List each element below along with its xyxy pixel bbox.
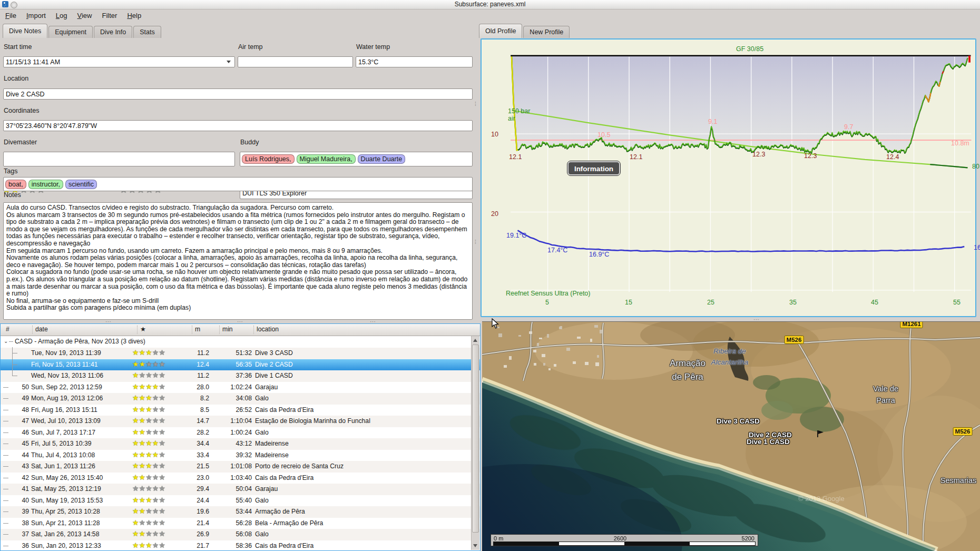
coordinates-input[interactable] xyxy=(3,120,473,131)
application-window: Subsurface: paneves.xml FileImportLogVie… xyxy=(0,0,980,551)
buddy-input[interactable]: Luís Rodrigues,Miguel Madureira,Duarte D… xyxy=(240,152,473,166)
chart-label-green: 80 xyxy=(972,163,979,170)
cell-number: 42 xyxy=(16,474,29,481)
map-canvas[interactable]: Armaçãode PêraRibeira deAlcantarilhaVale… xyxy=(482,321,980,551)
column-header-date[interactable]: date xyxy=(32,326,48,334)
tab-stats[interactable]: Stats xyxy=(133,26,161,38)
cell-date: Sun, Jul 7, 2013 17:17 xyxy=(31,429,95,436)
table-row[interactable]: 41Sat, May 25, 2013 12:19★★★★★29.450:04G… xyxy=(1,484,480,495)
scroll-down-icon[interactable] xyxy=(473,544,477,547)
cell-location: Dive 2 CASD xyxy=(255,361,293,368)
table-row[interactable]: 46Sun, Jul 7, 2013 17:17★★★★★28.21:00:24… xyxy=(1,427,480,439)
cell-duration: 51:32 xyxy=(211,349,252,357)
chart-label-pink: 10.5 xyxy=(597,131,610,139)
star-icon: ★ xyxy=(132,382,139,391)
table-row[interactable]: Fri, Nov 15, 2013 11:41★★★★★12.456:35Div… xyxy=(1,359,480,371)
star-icon: ★ xyxy=(159,405,165,414)
cell-rating: ★★★★★ xyxy=(132,416,165,425)
cell-number: 46 xyxy=(16,429,29,436)
star-icon: ★ xyxy=(152,518,159,527)
table-row[interactable]: 47Wed, Jul 10, 2013 13:09★★★★★14.71:10:0… xyxy=(1,416,480,427)
notes-textarea[interactable]: Aula do curso CASD. Transectos c/video e… xyxy=(3,202,473,320)
star-icon: ★ xyxy=(132,371,139,379)
coordinates-label: Coordinates xyxy=(4,107,39,114)
chart-label-green: 25 xyxy=(707,299,714,306)
scrollbar-thumb[interactable] xyxy=(472,345,479,533)
menu-view[interactable]: View xyxy=(77,12,92,19)
dive-rows: Tue, Nov 19, 2013 11:39★★★★★11.251:32Div… xyxy=(1,348,480,551)
table-row[interactable]: 44Thu, Jul 4, 2013 10:08★★★★★33.439:32Ma… xyxy=(1,450,480,461)
table-row[interactable]: 43Sat, Jun 1, 2013 11:26★★★★★21.51:01:08… xyxy=(1,461,480,473)
chart-label-green: 150 bar xyxy=(508,107,530,115)
profile-tabbar: Old ProfileNew Profile xyxy=(479,23,571,38)
air-temp-input[interactable] xyxy=(238,56,353,67)
chip: Miguel Madureira, xyxy=(297,154,356,164)
cell-number: 44 xyxy=(16,451,29,459)
titlebar[interactable]: Subsurface: paneves.xml xyxy=(0,0,980,9)
splitter-handle[interactable]: ⁞ xyxy=(475,103,478,105)
column-header-duration[interactable]: min xyxy=(219,326,233,334)
column-header-depth[interactable]: m xyxy=(192,326,200,334)
menu-log[interactable]: Log xyxy=(56,12,67,19)
star-icon: ★ xyxy=(152,405,159,414)
tab-old-profile[interactable]: Old Profile xyxy=(479,24,522,38)
star-icon: ★ xyxy=(145,496,152,504)
table-row[interactable]: 40Sun, May 19, 2013 15:53★★★★★24.455:40G… xyxy=(1,495,480,507)
column-header-stars[interactable]: ★ xyxy=(137,326,146,334)
cell-date: Sun, Sep 22, 2013 12:59 xyxy=(31,383,102,391)
star-icon: ★ xyxy=(159,484,165,493)
cell-depth: 8.5 xyxy=(180,406,209,414)
scroll-up-icon[interactable] xyxy=(473,339,477,342)
table-row[interactable]: 37Sat, Jan 26, 2013 14:58★★★★★26.956:08G… xyxy=(1,529,480,540)
column-header-location[interactable]: location xyxy=(253,326,279,334)
dive-list-scrollbar[interactable] xyxy=(471,336,479,550)
tab-dive-notes[interactable]: Dive Notes xyxy=(3,24,47,38)
tags-input[interactable]: boat,instructor,scientific xyxy=(3,177,473,191)
start-time-combo[interactable] xyxy=(3,56,235,67)
menu-filter[interactable]: Filter xyxy=(102,12,117,19)
table-row[interactable]: 49Mon, Aug 19, 2013 12:06★★★★★8.234:08Ga… xyxy=(1,393,480,405)
column-header-num[interactable]: # xyxy=(3,326,9,334)
start-time-label: Start time xyxy=(4,43,32,51)
menu-import[interactable]: Import xyxy=(26,12,46,19)
splitter-handle[interactable]: ⁞ xyxy=(475,241,478,243)
information-button[interactable]: Information xyxy=(567,161,620,175)
cell-number: 40 xyxy=(16,497,29,504)
star-icon: ★ xyxy=(152,382,159,391)
divemaster-input[interactable] xyxy=(3,152,235,166)
table-row[interactable]: Tue, Nov 19, 2013 11:39★★★★★11.251:32Div… xyxy=(1,348,480,359)
menu-help[interactable]: Help xyxy=(127,12,141,19)
table-row[interactable]: 48Fri, Aug 16, 2013 15:11★★★★★8.526:52Ca… xyxy=(1,405,480,416)
menu-file[interactable]: File xyxy=(5,12,16,19)
table-row[interactable]: 36Sun, Jan 20, 2013 12:33★★★★★21.758:36C… xyxy=(1,540,480,551)
road-shield: M526 xyxy=(953,427,973,436)
collapse-arrow-icon[interactable]: ⌄ xyxy=(4,338,8,344)
table-row[interactable]: 42Sun, May 26, 2013 15:40★★★★★23.01:03:4… xyxy=(1,473,480,484)
cell-duration: 55:40 xyxy=(211,497,252,504)
table-row[interactable]: 39Thu, Apr 25, 2013 10:28★★★★★19.653:44A… xyxy=(1,506,480,518)
table-row[interactable]: Wed, Nov 13, 2013 11:06★★★★★11.237:36Div… xyxy=(1,370,480,382)
dive-list-table[interactable]: #date★mminlocation ⌄ CASD - Armação de P… xyxy=(0,323,481,551)
table-row[interactable]: 45Fri, Jul 5, 2013 10:39★★★★★34.443:12Ma… xyxy=(1,438,480,450)
table-row[interactable]: 38Sun, Apr 21, 2013 11:28★★★★★21.456:28B… xyxy=(1,518,480,529)
star-icon: ★ xyxy=(152,450,159,459)
map-scale-bar: 0 m 2600 5200 xyxy=(491,534,758,546)
star-icon: ★ xyxy=(159,496,165,504)
cell-duration: 37:36 xyxy=(211,372,252,379)
tree-branch xyxy=(3,444,8,444)
table-row[interactable]: 50Sun, Sep 22, 2013 12:59★★★★★28.01:02:2… xyxy=(1,382,480,393)
tab-dive-info[interactable]: Dive Info xyxy=(94,26,132,38)
star-icon: ★ xyxy=(139,518,146,527)
star-icon: ★ xyxy=(145,382,152,391)
cell-location: Porto de recreio de Santa Cruz xyxy=(255,463,344,470)
trip-row[interactable]: ⌄ CASD - Armação de Pêra, Nov 2013 (3 di… xyxy=(1,336,480,348)
water-temp-input[interactable] xyxy=(356,56,473,67)
cell-location: Galo xyxy=(255,497,269,504)
star-icon: ★ xyxy=(139,371,146,379)
tab-new-profile[interactable]: New Profile xyxy=(523,26,570,38)
chevron-down-icon[interactable] xyxy=(227,61,231,63)
location-input[interactable] xyxy=(3,88,473,100)
star-icon: ★ xyxy=(139,484,146,493)
chart-label-green: GF 30/85 xyxy=(736,45,763,53)
tab-equipment[interactable]: Equipment xyxy=(48,26,93,38)
